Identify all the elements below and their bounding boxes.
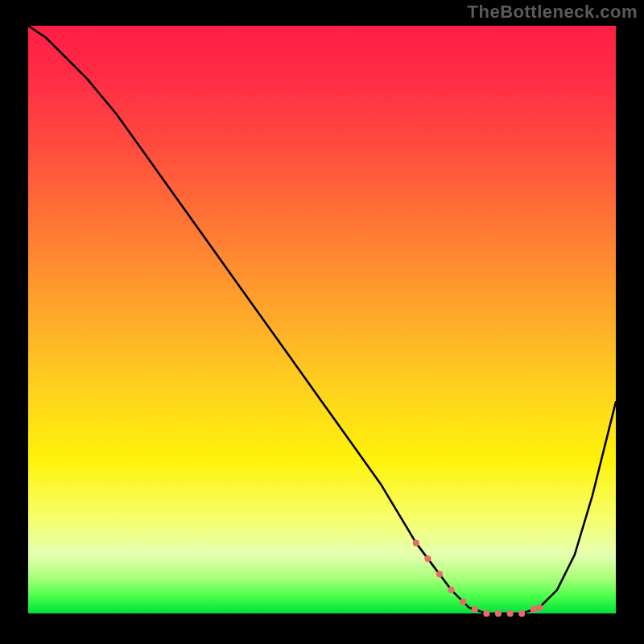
- optimal-marker: [518, 610, 525, 617]
- optimal-marker: [472, 606, 478, 613]
- optimal-marker: [436, 571, 443, 577]
- chart-container: TheBottleneck.com: [0, 0, 644, 644]
- optimal-marker: [448, 587, 455, 593]
- attribution-label: TheBottleneck.com: [468, 2, 638, 23]
- optimal-marker: [460, 598, 466, 605]
- optimal-marker: [413, 539, 419, 546]
- optimal-marker: [536, 605, 543, 611]
- optimal-marker: [424, 555, 431, 562]
- optimal-marker: [483, 610, 489, 617]
- optimal-marker: [507, 610, 514, 617]
- optimal-marker: [495, 610, 502, 617]
- bottleneck-chart: [0, 0, 644, 644]
- optimal-marker: [530, 606, 537, 613]
